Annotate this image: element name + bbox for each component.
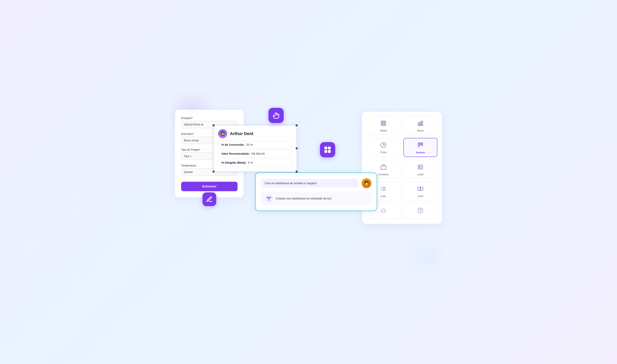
- label-icon: [417, 164, 424, 171]
- atingido-row: % Atingido (Meta): 8 %: [218, 159, 292, 166]
- svg-rect-0: [325, 146, 327, 149]
- resize-handle-tl[interactable]: [213, 124, 215, 126]
- kanban-icon: [417, 142, 424, 150]
- seedling-icon: [266, 196, 272, 201]
- label-label: Label: [417, 173, 424, 176]
- avatar: 🧔: [218, 129, 227, 138]
- tabela-label: Tabela: [380, 129, 387, 132]
- tabela-icon: [380, 120, 386, 128]
- svg-rect-32: [418, 208, 423, 213]
- text-icon: [417, 208, 424, 215]
- svg-rect-29: [418, 187, 420, 191]
- valor-row: Valor Recomendado: R$ 960,00: [218, 150, 292, 157]
- profile-name: Arthur Dent: [230, 131, 253, 136]
- barra-icon: [417, 120, 424, 128]
- chart-item-card[interactable]: Card: [403, 182, 437, 200]
- chart-item-tabela[interactable]: Tabela: [367, 116, 400, 135]
- ai-icon: [265, 194, 273, 203]
- chat-ai-row: Criando seu dashboard na veloidade da lu…: [261, 192, 371, 205]
- svg-rect-11: [422, 121, 423, 126]
- pizza-label: Pizza: [380, 151, 386, 154]
- pen-button[interactable]: [203, 192, 216, 206]
- chevron-right-icon: ›: [300, 147, 301, 150]
- svg-rect-18: [418, 165, 423, 169]
- valor-value: R$ 960,00: [251, 152, 265, 155]
- svg-point-20: [419, 168, 420, 168]
- apps-button[interactable]: [320, 142, 335, 157]
- chart-item-label[interactable]: Label: [403, 160, 437, 179]
- chat-card: Crie um dashboard de vendas e margem 👩 C…: [255, 173, 377, 211]
- svg-rect-4: [381, 121, 386, 126]
- svg-rect-15: [422, 143, 423, 146]
- card-label: Card: [418, 195, 423, 197]
- prospect-label: Prospect*: [181, 117, 238, 120]
- resize-handle-tr[interactable]: [296, 124, 298, 126]
- svg-rect-3: [328, 150, 331, 153]
- touch-icon: [272, 112, 280, 119]
- container-icon: [380, 164, 386, 171]
- profile-card: 🧔 Arthur Dent % de Conversão: 25 % Valor…: [213, 125, 297, 172]
- valor-label: Valor Recomendado:: [221, 152, 250, 155]
- conversao-value: 25 %: [246, 143, 253, 146]
- barra-label: Barra: [417, 129, 424, 132]
- user-avatar: 👩: [361, 178, 371, 188]
- submit-button[interactable]: Submeter: [181, 182, 238, 191]
- svg-rect-14: [420, 143, 421, 145]
- svg-rect-17: [381, 166, 386, 169]
- conversao-row: % de Conversão: 25 %: [218, 141, 292, 148]
- chart-item-text[interactable]: [403, 203, 437, 219]
- svg-rect-35: [419, 209, 422, 210]
- svg-point-19: [419, 166, 420, 167]
- svg-rect-10: [420, 122, 421, 126]
- svg-rect-2: [325, 150, 327, 153]
- svg-rect-9: [418, 123, 419, 126]
- container-label: Container: [378, 173, 389, 176]
- lista-label: Lista: [381, 195, 386, 197]
- chart-item-pizza[interactable]: Pizza: [367, 138, 400, 157]
- atingido-label: % Atingido (Meta):: [221, 161, 246, 164]
- ai-message: Criando seu dashboard na veloidade da lu…: [276, 197, 332, 200]
- resize-handle-br[interactable]: [296, 171, 298, 173]
- kanban-label: Kanban: [416, 151, 425, 154]
- user-message-bubble: Crie um dashboard de vendas e margem: [261, 179, 358, 187]
- touch-button[interactable]: [268, 108, 284, 123]
- pizza-icon: [380, 142, 386, 149]
- resize-handle-bl[interactable]: [213, 171, 215, 173]
- card-icon: [417, 186, 424, 193]
- atingido-value: 8 %: [248, 161, 253, 164]
- svg-rect-13: [418, 143, 419, 146]
- apps-icon: [323, 145, 332, 154]
- resize-handle-mr[interactable]: [296, 147, 298, 149]
- svg-rect-30: [421, 187, 423, 191]
- lista-icon: [380, 186, 386, 193]
- conversao-label: % de Conversão:: [221, 143, 245, 146]
- chat-user-row: Crie um dashboard de vendas e margem 👩: [261, 178, 371, 188]
- chart-item-barra[interactable]: Barra: [403, 116, 437, 135]
- arch-icon: [380, 208, 386, 215]
- chart-item-kanban[interactable]: Kanban: [403, 138, 437, 157]
- pen-icon: [206, 196, 213, 203]
- svg-rect-1: [328, 146, 331, 149]
- profile-header: 🧔 Arthur Dent: [218, 129, 292, 138]
